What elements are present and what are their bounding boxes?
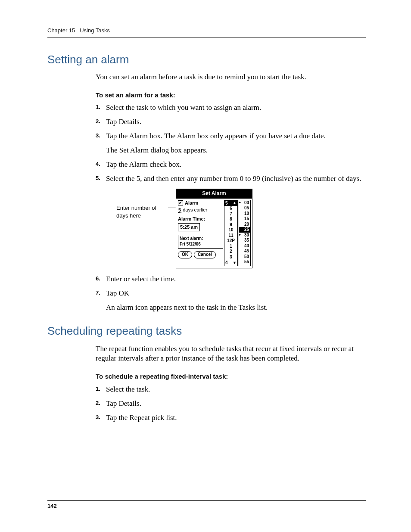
step-1: Select the task to which you want to ass…: [96, 103, 366, 113]
dialog-title: Set Alarm: [176, 189, 252, 198]
next-alarm-box: Next alarm: Fri 5/12/06: [178, 235, 223, 249]
procedure-heading-repeat: To schedule a repeating fixed-interval t…: [96, 372, 366, 381]
callout-leader-line: [168, 208, 176, 208]
step-6: Enter or select the time.: [96, 274, 366, 284]
chapter-title: Using Tasks: [80, 27, 110, 34]
hour-picker[interactable]: 5▲ 6 7 8 9 10 11 12P 1 2 3 4▼: [224, 200, 238, 266]
running-header: Chapter 15 Using Tasks: [47, 27, 366, 37]
minute-picker[interactable]: 00 05 10 15 20 25 30 35 40 45 50 55: [239, 200, 251, 266]
step-7: Tap OK An alarm icon appears next to the…: [96, 289, 366, 313]
alarm-time-value[interactable]: 5:25 am: [178, 223, 200, 231]
page-number: 142: [47, 503, 57, 509]
alarm-label: Alarm: [185, 200, 198, 206]
section2-lead: The repeat function enables you to sched…: [96, 344, 366, 364]
set-alarm-dialog: Set Alarm ✔ Alarm 5 days earlier Alarm: [176, 189, 252, 268]
step-3-follow: The Set Alarm dialog box appears.: [106, 146, 366, 156]
procedure-heading-set-alarm: To set an alarm for a task:: [96, 91, 366, 100]
alarm-checkbox[interactable]: ✔: [178, 200, 183, 205]
cancel-button[interactable]: Cancel: [194, 251, 216, 258]
alarm-time-label: Alarm Time:: [178, 216, 223, 222]
days-earlier-row: 5 days earlier: [178, 207, 223, 213]
section-heading-repeating: Scheduling repeating tasks: [47, 324, 366, 339]
steps-repeat: Select the task. Tap Details. Tap the Re…: [96, 385, 366, 423]
page-footer: 142: [47, 500, 366, 510]
days-value[interactable]: 5: [178, 207, 181, 213]
figure-set-alarm: Enter number of days here Set Alarm ✔ Al…: [116, 189, 366, 268]
r-step-1: Select the task.: [96, 385, 366, 395]
scroll-up-icon[interactable]: ▲: [233, 200, 237, 205]
step-5: Select the 5, and then enter any number …: [96, 174, 366, 268]
ok-button[interactable]: OK: [178, 251, 192, 258]
r-step-2: Tap Details.: [96, 399, 366, 409]
step-3: Tap the Alarm box. The Alarm box only ap…: [96, 131, 366, 156]
section-heading-setting-alarm: Setting an alarm: [47, 52, 366, 67]
chapter-label: Chapter 15: [47, 27, 75, 34]
r-step-3: Tap the Repeat pick list.: [96, 413, 366, 423]
figure-callout: Enter number of days here: [116, 189, 170, 219]
days-suffix: days earlier: [183, 207, 207, 212]
steps-set-alarm: Select the task to which you want to ass…: [96, 103, 366, 313]
step-4: Tap the Alarm check box.: [96, 160, 366, 170]
scroll-down-icon[interactable]: ▼: [233, 260, 237, 265]
step-2: Tap Details.: [96, 117, 366, 127]
section1-lead: You can set an alarm before a task is du…: [96, 72, 366, 82]
step-7-follow: An alarm icon appears next to the task i…: [106, 303, 366, 313]
